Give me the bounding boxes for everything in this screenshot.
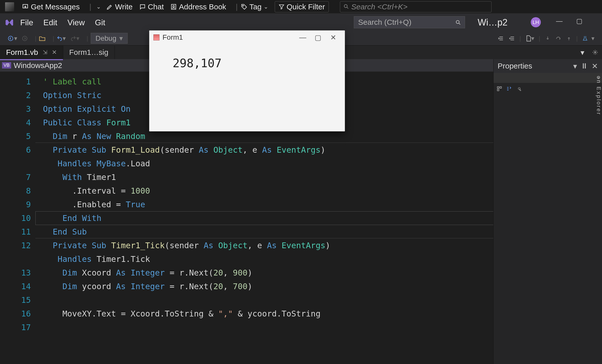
nav-forward-button[interactable] [22, 35, 28, 41]
line-number: 13 [0, 266, 31, 280]
tab-form1-designer[interactable]: Form1…sig [63, 46, 115, 59]
tab-settings-gear[interactable] [588, 46, 602, 59]
visual-studio-icon [5, 18, 14, 27]
step-into-button[interactable] [545, 36, 550, 41]
menu-view[interactable]: View [67, 18, 85, 27]
document-icon [526, 35, 531, 42]
config-dropdown[interactable]: Debug ▾ [91, 33, 128, 44]
solution-explorer-tab[interactable]: on Explorer [595, 76, 602, 177]
form-minimize-button[interactable]: — [295, 33, 310, 41]
quick-filter-button[interactable]: Quick Filter [275, 1, 329, 12]
line-number: 7 [0, 170, 31, 184]
chat-bubble-icon [139, 4, 146, 10]
svg-rect-8 [497, 87, 499, 88]
line-number: 15 [0, 293, 31, 307]
config-label: Debug [96, 34, 117, 42]
menu-edit[interactable]: Edit [43, 18, 57, 27]
line-number-gutter: 123456 789101112 1314151617 [0, 72, 35, 364]
line-number: 5 [0, 129, 31, 143]
line-number: 14 [0, 280, 31, 293]
gear-icon [592, 50, 598, 55]
run-test-button[interactable] [582, 35, 588, 41]
new-file-button[interactable]: ▾ [526, 35, 534, 42]
undo-icon [57, 35, 63, 41]
nav-back-button[interactable]: ▾ [8, 35, 17, 42]
form-maximize-button[interactable]: ▢ [310, 33, 326, 42]
redo-button[interactable]: ▾ [70, 35, 79, 42]
pin-icon[interactable]: ⏸ [581, 62, 588, 70]
menu-git[interactable]: Git [95, 18, 105, 27]
properties-object-dropdown[interactable]: ▾ [494, 73, 602, 83]
get-messages-label: Get Messages [31, 3, 80, 11]
arrow-down-icon [545, 36, 550, 41]
svg-point-6 [22, 36, 27, 41]
close-icon[interactable]: ✕ [592, 62, 598, 71]
vs-search-placeholder: Search (Ctrl+Q) [358, 18, 411, 27]
undo-button[interactable]: ▾ [57, 35, 66, 42]
step-out-button[interactable] [566, 36, 572, 41]
sort-az-icon [506, 86, 512, 92]
chevron-down-icon[interactable]: ▾ [573, 62, 577, 71]
properties-toolbar [494, 84, 602, 94]
search-icon [455, 19, 461, 26]
svg-point-7 [594, 52, 596, 53]
vs-menu-bar: File Edit View Git Search (Ctrl+Q) Wi…p2… [0, 14, 602, 31]
svg-point-5 [8, 36, 13, 41]
arrow-right-circle-icon [22, 35, 28, 41]
tab-overflow-caret[interactable]: ▾ [576, 46, 588, 59]
get-messages-dropdown-caret[interactable]: ⌄ [96, 4, 101, 10]
arrow-left-circle-icon [8, 35, 14, 41]
wrench-icon [516, 86, 521, 92]
chat-label: Chat [148, 3, 164, 11]
get-messages-button[interactable]: Get Messages [22, 3, 80, 11]
separator: | [89, 3, 91, 11]
svg-point-1 [173, 5, 175, 7]
alphabetical-view-button[interactable] [506, 86, 512, 93]
beaker-icon [582, 35, 588, 41]
line-number: 16 [0, 307, 31, 321]
indent-icon [509, 35, 515, 41]
address-book-button[interactable]: Address Book [170, 3, 226, 11]
chat-button[interactable]: Chat [139, 3, 164, 11]
running-form-titlebar[interactable]: Form1 — ▢ ✕ [149, 31, 345, 44]
maximize-button[interactable]: ▢ [576, 17, 583, 25]
write-button[interactable]: Write [106, 3, 132, 11]
step-over-button[interactable] [555, 36, 561, 41]
open-file-button[interactable] [39, 36, 45, 41]
tab-form1-vb[interactable]: Form1.vb ⇲ ✕ [0, 46, 63, 59]
running-form-window[interactable]: Form1 — ▢ ✕ 298,107 [149, 30, 345, 131]
svg-point-3 [344, 5, 347, 8]
window-title: Wi…p2 [478, 17, 507, 28]
line-number: 1 [0, 75, 31, 88]
line-number: 8 [0, 184, 31, 198]
properties-panel: Properties ▾ ⏸ ✕ ▾ [493, 59, 602, 364]
search-icon [343, 4, 349, 10]
properties-title: Properties [498, 62, 570, 70]
line-number: 9 [0, 198, 31, 211]
running-form-label: 298,107 [149, 44, 345, 70]
avatar [5, 2, 14, 11]
vs-search-input[interactable]: Search (Ctrl+Q) [354, 16, 465, 28]
outdent-button[interactable] [498, 35, 504, 41]
line-number: 11 [0, 225, 31, 239]
tag-label: Tag [249, 3, 262, 11]
form-close-button[interactable]: ✕ [326, 33, 341, 42]
tag-button[interactable]: Tag ⌄ [241, 3, 268, 11]
separator: | [236, 3, 238, 11]
indent-button[interactable] [509, 35, 515, 41]
line-number: 10 [0, 211, 31, 225]
project-dropdown[interactable]: WindowsApp2 [14, 61, 67, 70]
menu-file[interactable]: File [20, 18, 33, 27]
svg-point-4 [456, 20, 459, 24]
winforms-app-icon [153, 34, 159, 40]
close-icon[interactable]: ✕ [52, 49, 57, 56]
tab-label: Form1.vb [6, 48, 38, 57]
user-badge[interactable]: LH [531, 17, 541, 27]
outdent-icon [498, 35, 504, 41]
thunderbird-search-input[interactable]: Search <Ctrl+K> [340, 1, 492, 12]
property-pages-button[interactable] [516, 86, 521, 93]
vb-language-badge: VB [2, 62, 11, 69]
minimize-button[interactable]: — [556, 17, 563, 25]
categorized-view-button[interactable] [497, 86, 502, 93]
pin-icon[interactable]: ⇲ [43, 49, 47, 56]
